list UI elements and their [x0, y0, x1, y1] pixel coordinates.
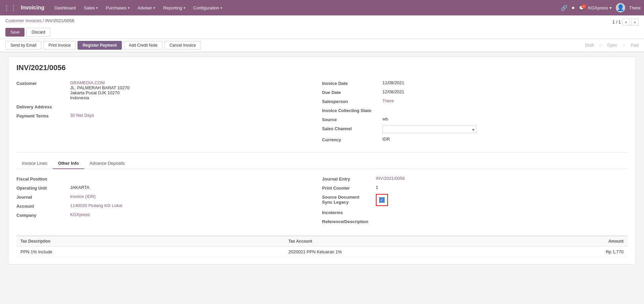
- notification-bell[interactable]: 💬 0: [579, 5, 584, 10]
- source-document-sync-value: ✓: [376, 194, 388, 206]
- fiscal-position-label: Fiscal Position: [16, 176, 70, 182]
- reference-description-label: Reference/Description: [322, 218, 376, 224]
- tax-table-header: Tax Description Tax Account Amount: [16, 236, 628, 247]
- other-info-right: Journal Entry INV/2021/0056 Print Counte…: [322, 176, 628, 227]
- payment-terms-label: Payment Terms: [16, 113, 70, 118]
- sales-channel-select[interactable]: [383, 125, 477, 133]
- incoterms-row: Incoterms: [322, 209, 628, 215]
- main-content: INV/2021/0056 Customer GRAMEDIA.COM JL. …: [8, 56, 636, 264]
- app-grid-icon[interactable]: ⋮⋮: [3, 4, 17, 12]
- print-counter-row: Print Counter 1: [322, 185, 628, 191]
- nav-configuration[interactable]: Configuration ▾: [190, 0, 226, 15]
- journal-link[interactable]: Invoice (IDR): [70, 194, 96, 199]
- company-row: Company KGXpress: [16, 212, 322, 218]
- nav-reporting-arrow: ▾: [184, 6, 185, 10]
- currency-label: Currency: [322, 137, 383, 142]
- fiscal-position-row: Fiscal Position: [16, 176, 322, 182]
- account-value: 1140020 Piutang KG Lokal: [70, 203, 122, 208]
- status-paid: Paid: [631, 43, 639, 48]
- pagination-prev[interactable]: ‹: [622, 18, 630, 26]
- journal-label: Journal: [16, 194, 70, 200]
- account-row: Account 1140020 Piutang KG Lokal: [16, 203, 322, 209]
- nav-adviser-arrow: ▾: [153, 6, 155, 10]
- clock-icon[interactable]: ●: [572, 5, 575, 11]
- add-credit-note-button[interactable]: Add Credit Note: [124, 41, 162, 50]
- currency-row: Currency IDR: [322, 137, 628, 142]
- top-navigation: ⋮⋮ Invoicing Dashboard Sales ▾ Purchases…: [0, 0, 644, 15]
- breadcrumb-parent[interactable]: Customer Invoices: [5, 18, 42, 23]
- journal-entry-value: INV/2021/0056: [376, 176, 405, 181]
- customer-label: Customer: [16, 80, 70, 86]
- tax-description-cell: PPN 1% Include: [20, 249, 289, 254]
- nav-adviser[interactable]: Adviser ▾: [134, 0, 158, 15]
- account-link[interactable]: 1140020 Piutang KG Lokal: [70, 203, 122, 208]
- notification-count: 0: [582, 4, 586, 9]
- print-counter-label: Print Counter: [322, 185, 376, 191]
- salesperson-value: There: [383, 98, 394, 103]
- pagination-count: 1 / 1: [612, 19, 621, 24]
- sales-channel-label: Sales Channel: [322, 125, 383, 131]
- other-info-section: Fiscal Position Operating Unit JAKARTA J…: [16, 176, 628, 227]
- pagination-next[interactable]: ›: [631, 18, 639, 26]
- payment-terms-value: 30 Net Days: [70, 113, 94, 118]
- due-date-row: Due Date 12/08/2021: [322, 89, 628, 95]
- source-document-sync-row: Source Document Sync Legacy ✓: [322, 194, 628, 206]
- payment-terms-row: Payment Terms 30 Net Days: [16, 113, 322, 118]
- status-open: Open: [607, 43, 617, 48]
- journal-entry-row: Journal Entry INV/2021/0056: [322, 176, 628, 182]
- save-button[interactable]: Save: [5, 28, 24, 37]
- nav-sales[interactable]: Sales ▾: [81, 0, 101, 15]
- source-value: wb: [383, 116, 388, 121]
- nav-reporting[interactable]: Reporting ▾: [160, 0, 188, 15]
- customer-address2: Jakarta Pusat DJK 10270: [70, 90, 130, 95]
- sync-legacy-checkbox[interactable]: ✓: [379, 197, 385, 203]
- nav-purchases[interactable]: Purchases ▾: [102, 0, 133, 15]
- breadcrumb: Customer Invoices / INV/2021/0056: [5, 18, 74, 23]
- payment-terms-link[interactable]: 30 Net Days: [70, 113, 94, 118]
- cancel-invoice-button[interactable]: Cancel Invoice: [164, 41, 201, 50]
- company-label: Company: [16, 212, 70, 218]
- invoice-date-value: 11/08/2021: [383, 80, 404, 85]
- print-invoice-button[interactable]: Print Invoice: [43, 41, 76, 50]
- avatar[interactable]: 👤: [616, 3, 625, 12]
- tab-invoice-lines[interactable]: Invoice Lines: [16, 158, 53, 169]
- breadcrumb-area: Customer Invoices / INV/2021/0056 1 / 1 …: [0, 15, 644, 39]
- tab-advance-deposits[interactable]: Advance Deposits: [84, 158, 130, 169]
- sales-channel-value: [383, 125, 477, 133]
- salesperson-link[interactable]: There: [383, 98, 394, 103]
- company-value: KGXpress: [70, 212, 90, 217]
- external-link-icon[interactable]: 🔗: [561, 5, 567, 11]
- delivery-address-row: Delivery Address: [16, 104, 322, 109]
- register-payment-button[interactable]: Register Payment: [78, 41, 121, 50]
- company-link[interactable]: KGXpress: [70, 212, 90, 217]
- tax-amount-cell: Rp 1,770: [556, 249, 624, 254]
- journal-entry-link[interactable]: INV/2021/0056: [376, 176, 405, 181]
- nav-dashboard[interactable]: Dashboard: [51, 0, 79, 15]
- send-by-email-button[interactable]: Send by Email: [5, 41, 41, 50]
- operating-unit-label: Operating Unit: [16, 185, 70, 191]
- journal-row: Journal Invoice (IDR): [16, 194, 322, 200]
- sales-channel-select-wrapper[interactable]: [383, 125, 477, 133]
- tab-other-info[interactable]: Other Info: [53, 158, 84, 169]
- salesperson-label: Salesperson: [322, 98, 383, 104]
- salesperson-row: Salesperson There: [322, 98, 628, 104]
- delivery-address-label: Delivery Address: [16, 104, 70, 109]
- tax-table-row: PPN 1% Include 2020021 PPN Keluaran 1% R…: [16, 247, 628, 257]
- operating-unit-row: Operating Unit JAKARTA: [16, 185, 322, 191]
- form-left: Customer GRAMEDIA.COM JL. PALMERAH BARAT…: [16, 80, 322, 146]
- user-menu[interactable]: KGXpress ▾: [588, 5, 612, 10]
- invoice-collecting-row: Invoice Collecting State: [322, 107, 628, 113]
- action-buttons-row: Send by Email Print Invoice Register Pay…: [0, 39, 644, 52]
- due-date-label: Due Date: [322, 89, 383, 95]
- customer-name[interactable]: GRAMEDIA.COM: [70, 80, 105, 85]
- discard-button[interactable]: Discard: [27, 28, 50, 37]
- source-row: Source wb: [322, 116, 628, 122]
- tabs: Invoice Lines Other Info Advance Deposit…: [16, 158, 628, 169]
- customer-country: Indonesia: [70, 95, 130, 100]
- status-arrow-2: ››: [623, 43, 625, 48]
- app-name: Invoicing: [21, 5, 44, 11]
- section-divider: [16, 152, 628, 153]
- source-label: Source: [322, 116, 383, 122]
- tax-col-description: Tax Description: [20, 239, 289, 244]
- pagination: 1 / 1 ‹ ›: [612, 18, 639, 26]
